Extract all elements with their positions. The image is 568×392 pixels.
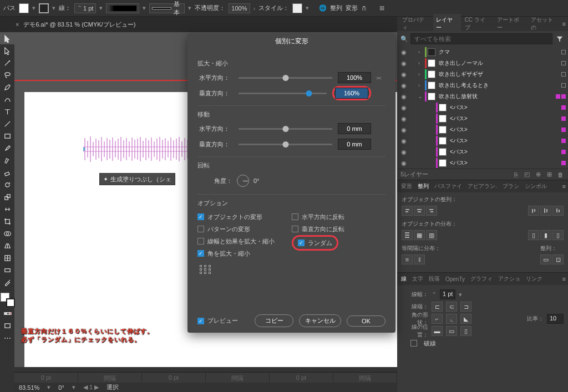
dist-top-icon[interactable] bbox=[402, 230, 413, 240]
layer-row[interactable]: ◉›吹き出しギザギザ bbox=[397, 69, 568, 80]
tab-properties[interactable]: プロパティ bbox=[399, 14, 432, 34]
locate-icon[interactable]: ⎘ bbox=[511, 171, 520, 178]
dashed-checkbox[interactable] bbox=[410, 340, 417, 347]
delete-layer-icon[interactable]: 🗑 bbox=[556, 171, 565, 178]
opt-flip-h[interactable]: 水平方向に反転 bbox=[292, 211, 386, 223]
layer-row[interactable]: ◉›クマ bbox=[397, 47, 568, 58]
context-taskbar[interactable]: ✦ 生成塗りつぶし（シェ bbox=[99, 173, 175, 185]
angle-value[interactable]: 0° bbox=[253, 177, 281, 184]
align-top-icon[interactable] bbox=[528, 206, 539, 216]
mesh-tool[interactable] bbox=[0, 252, 14, 264]
tab-asset-export[interactable]: アセットの bbox=[528, 14, 561, 34]
curvature-tool[interactable] bbox=[0, 93, 14, 105]
free-transform-tool[interactable] bbox=[0, 215, 14, 227]
tab-paragraph[interactable]: 段落 bbox=[427, 274, 442, 284]
brush-def[interactable]: 基本 bbox=[149, 3, 185, 13]
rectangle-tool[interactable] bbox=[0, 130, 14, 142]
panel-menu-icon[interactable]: ≡ bbox=[562, 21, 566, 27]
magic-wand-tool[interactable] bbox=[0, 57, 14, 69]
direct-select-tool[interactable] bbox=[0, 44, 14, 57]
layer-search-input[interactable] bbox=[410, 33, 552, 44]
dist-right-icon[interactable]: ▯ bbox=[552, 230, 564, 240]
sublayer-row[interactable]: ◉<パス> bbox=[397, 135, 568, 146]
scale-tool[interactable] bbox=[0, 191, 14, 203]
opt-transform-patterns[interactable]: パターンの変形 bbox=[197, 223, 292, 235]
gradient-tool[interactable] bbox=[0, 264, 14, 276]
prefs-icon[interactable]: ⊞ bbox=[379, 4, 384, 12]
dist-hcenter-icon[interactable]: ▮ bbox=[540, 230, 551, 240]
globe-icon[interactable]: 🌐 bbox=[319, 4, 327, 12]
opt-flip-v[interactable]: 垂直方向に反転 bbox=[292, 223, 386, 235]
lasso-tool[interactable] bbox=[0, 69, 14, 81]
color-mode[interactable] bbox=[0, 307, 14, 319]
opt-scale-strokes[interactable]: 線幅と効果を拡大・縮小 bbox=[197, 235, 292, 247]
dist-space-v-icon[interactable]: ≡ bbox=[402, 254, 413, 264]
align-left-icon[interactable] bbox=[402, 206, 413, 216]
scale-h-value[interactable]: 100% bbox=[338, 72, 371, 83]
scale-v-slider[interactable] bbox=[239, 93, 327, 94]
rotate-value[interactable]: 0° bbox=[58, 384, 64, 391]
copy-button[interactable]: コピー bbox=[255, 314, 293, 327]
opt-random[interactable]: ✓ランダム bbox=[295, 237, 336, 249]
filter-icon[interactable] bbox=[555, 34, 565, 44]
edit-toolbar[interactable]: ⋯ bbox=[0, 332, 14, 344]
angle-dial[interactable] bbox=[237, 175, 249, 187]
move-v-value[interactable]: 0 mm bbox=[338, 139, 371, 150]
align-link[interactable]: 整列 bbox=[330, 4, 342, 12]
scale-v-value[interactable]: 160% bbox=[335, 88, 368, 99]
align-right-icon[interactable] bbox=[426, 206, 437, 216]
link-icon[interactable]: ⫘ bbox=[371, 74, 386, 81]
tab-align[interactable]: 整列 bbox=[416, 181, 430, 191]
align-bottom-icon[interactable] bbox=[552, 206, 564, 216]
join-round-icon[interactable]: ◟ bbox=[446, 314, 457, 324]
eyedropper-tool[interactable] bbox=[0, 276, 14, 288]
sublayer-row[interactable]: ◉<パス> bbox=[397, 102, 568, 113]
join-bevel-icon[interactable]: ◣ bbox=[460, 314, 471, 324]
pen-tool[interactable] bbox=[0, 81, 14, 93]
join-miter-icon[interactable]: ⌐ bbox=[432, 314, 443, 324]
selection-tool[interactable] bbox=[0, 32, 14, 44]
stroke-width-value[interactable]: 1 pt bbox=[440, 289, 455, 299]
tab-links[interactable]: リンク bbox=[524, 274, 544, 284]
scale-h-slider[interactable] bbox=[239, 77, 332, 79]
align-stroke-outside-icon[interactable]: ▯ bbox=[460, 326, 471, 336]
tab-pathfinder[interactable]: パスファイ bbox=[433, 181, 464, 191]
opacity-value[interactable]: 100% bbox=[229, 3, 250, 13]
move-v-slider[interactable] bbox=[239, 144, 332, 145]
visibility-icon[interactable]: ◉ bbox=[399, 49, 408, 56]
tab-close-icon[interactable]: × bbox=[16, 21, 19, 28]
align-stroke-center-icon[interactable]: ▬ bbox=[432, 326, 443, 336]
panel-menu-icon[interactable]: ≡ bbox=[562, 276, 566, 282]
reference-point[interactable] bbox=[200, 265, 386, 274]
tab-actions[interactable]: アクショ bbox=[496, 274, 522, 284]
selected-artwork[interactable] bbox=[83, 135, 189, 163]
new-layer-icon[interactable]: ⊞ bbox=[545, 171, 554, 178]
align-to-selection-icon[interactable]: ▭ bbox=[540, 254, 551, 264]
panel-menu-icon[interactable]: ≡ bbox=[562, 183, 566, 190]
dist-bottom-icon[interactable]: ▥ bbox=[426, 230, 437, 240]
eraser-tool[interactable] bbox=[0, 166, 14, 179]
preview-checkbox[interactable]: ✓プレビュー bbox=[197, 315, 238, 327]
type-tool[interactable] bbox=[0, 105, 14, 118]
stroke-profile[interactable] bbox=[106, 3, 139, 13]
ok-button[interactable]: OK bbox=[347, 315, 386, 327]
tab-layers[interactable]: レイヤー bbox=[433, 14, 460, 34]
document-tab[interactable]: デモ6.ai* @ 83.51 % (CMYK/プレビュー) bbox=[23, 21, 135, 29]
new-sublayer-icon[interactable]: ⊕ bbox=[534, 171, 542, 178]
align-vcenter-icon[interactable] bbox=[540, 206, 551, 216]
tab-opentype[interactable]: OpenTy bbox=[444, 275, 466, 283]
layer-row[interactable]: ◉›吹き出しノーマル bbox=[397, 58, 568, 69]
zoom-value[interactable]: 83.51% bbox=[19, 384, 39, 391]
cap-butt-icon[interactable]: ⊏ bbox=[432, 302, 443, 312]
line-tool[interactable] bbox=[0, 118, 14, 130]
move-h-value[interactable]: 0 mm bbox=[338, 123, 371, 134]
tab-cc-libraries[interactable]: CC ライブ bbox=[462, 14, 494, 34]
rotate-tool[interactable] bbox=[0, 179, 14, 191]
sublayer-row[interactable]: ◉<パス> bbox=[397, 146, 568, 157]
shape-builder-tool[interactable] bbox=[0, 227, 14, 240]
tab-character[interactable]: 文字 bbox=[410, 274, 425, 284]
align-to-artboard-icon[interactable]: ⊡ bbox=[552, 254, 564, 264]
artboard-nav[interactable]: ◀ 1 ▶ bbox=[83, 384, 99, 391]
stroke-weight-select[interactable]: ⌃1 pt bbox=[74, 3, 96, 13]
stroke-swatch[interactable] bbox=[39, 3, 49, 13]
